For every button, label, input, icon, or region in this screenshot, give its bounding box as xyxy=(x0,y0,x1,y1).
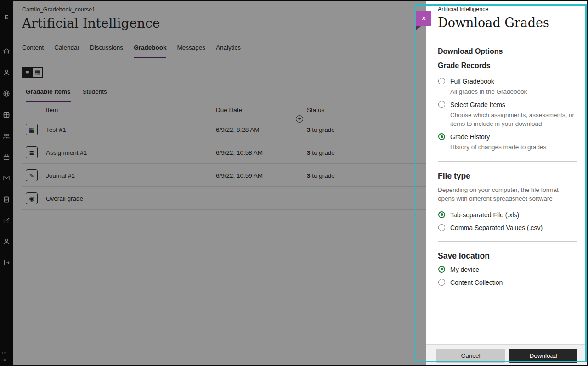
save-location-heading: Save location xyxy=(438,251,577,261)
option-description: All grades in the Gradebook xyxy=(450,87,577,96)
option-label: Full Gradebook xyxy=(450,77,577,85)
option-label: My device xyxy=(450,265,577,274)
download-grades-panel: × Artificial Intelligence Download Grade… xyxy=(426,0,588,366)
radio-icon[interactable] xyxy=(438,101,445,108)
panel-body: Download Options Grade Records Full Grad… xyxy=(426,39,588,287)
radio-my-device[interactable]: My device xyxy=(438,265,577,274)
close-icon: × xyxy=(421,14,426,23)
close-panel-button[interactable]: × xyxy=(416,11,431,26)
option-label: Comma Separated Values (.csv) xyxy=(450,224,577,232)
radio-icon[interactable] xyxy=(438,78,445,84)
radio-grade-history[interactable]: Grade History History of changes made to… xyxy=(438,133,577,152)
file-type-heading: File type xyxy=(438,171,577,181)
cancel-button[interactable]: Cancel xyxy=(436,349,505,363)
option-description: History of changes made to grades xyxy=(450,143,577,152)
option-description: Choose which assignments, assessments, o… xyxy=(450,111,577,128)
panel-header: Artificial Intelligence Download Grades xyxy=(426,0,588,39)
grade-records-heading: Grade Records xyxy=(438,62,577,70)
option-label: Select Grade Items xyxy=(450,101,577,109)
panel-course-context: Artificial Intelligence xyxy=(438,6,577,12)
panel-footer: Cancel Download xyxy=(426,344,588,366)
option-label: Content Collection xyxy=(450,278,577,287)
radio-selected-icon[interactable] xyxy=(438,266,445,273)
divider xyxy=(438,241,577,242)
screen: E Pri Te Camilo_Gradebook_course1 Artifi… xyxy=(0,0,588,366)
radio-tab-separated[interactable]: Tab-separated File (.xls) xyxy=(438,211,577,219)
download-options-heading: Download Options xyxy=(438,47,577,56)
radio-comma-separated[interactable]: Comma Separated Values (.csv) xyxy=(438,224,577,232)
option-label: Grade History xyxy=(450,133,577,141)
radio-select-grade-items[interactable]: Select Grade Items Choose which assignme… xyxy=(438,101,577,128)
download-button[interactable]: Download xyxy=(509,349,577,363)
radio-content-collection[interactable]: Content Collection xyxy=(438,278,577,287)
radio-selected-icon[interactable] xyxy=(438,133,445,140)
radio-selected-icon[interactable] xyxy=(438,211,445,218)
radio-icon[interactable] xyxy=(438,224,445,231)
file-type-description: Depending on your computer, the file for… xyxy=(438,186,577,203)
radio-full-gradebook[interactable]: Full Gradebook All grades in the Gradebo… xyxy=(438,77,577,96)
panel-title: Download Grades xyxy=(438,16,577,30)
divider xyxy=(438,161,577,162)
radio-icon[interactable] xyxy=(438,279,445,286)
option-label: Tab-separated File (.xls) xyxy=(450,211,577,219)
